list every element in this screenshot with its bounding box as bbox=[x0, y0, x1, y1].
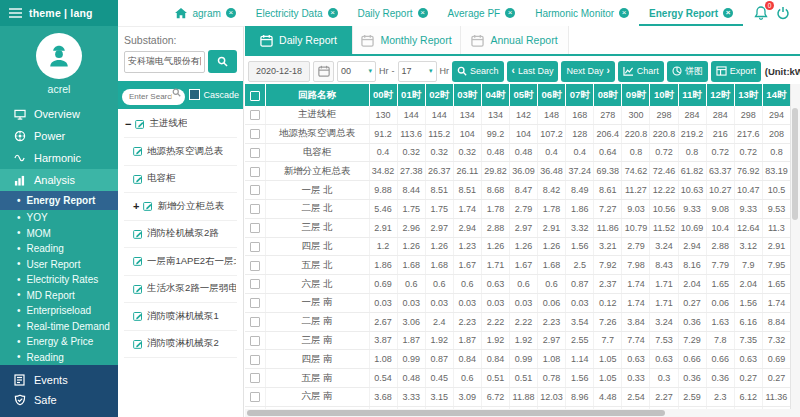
sidebar-subitem-user-report[interactable]: •User Report bbox=[0, 257, 118, 273]
substation-input[interactable] bbox=[124, 51, 205, 73]
select-all-checkbox[interactable] bbox=[250, 91, 260, 101]
top-tab-average-pf[interactable]: Average PF× bbox=[438, 0, 526, 26]
tree-node[interactable]: +新增分立柜总表 bbox=[124, 193, 237, 221]
hour-to-select[interactable]: 17 ▾ bbox=[398, 61, 437, 82]
row-checkbox[interactable] bbox=[250, 167, 260, 177]
chevron-left-icon: ‹ bbox=[512, 66, 515, 76]
row-checkbox[interactable] bbox=[250, 317, 260, 327]
row-checkbox[interactable] bbox=[250, 373, 260, 383]
notifications-button[interactable]: 0 bbox=[753, 5, 769, 21]
row-checkbox[interactable] bbox=[250, 298, 260, 308]
row-checkbox[interactable] bbox=[250, 242, 260, 252]
horizontal-scrollbar[interactable] bbox=[245, 409, 791, 417]
sidebar-item-harmonic[interactable]: Harmonic bbox=[0, 147, 118, 169]
hour-value-cell: 3.54 bbox=[566, 312, 594, 331]
close-tab-icon[interactable]: × bbox=[226, 8, 236, 18]
sidebar-subitem-label: Reading bbox=[27, 352, 64, 363]
row-checkbox[interactable] bbox=[250, 185, 260, 195]
close-tab-icon[interactable]: × bbox=[619, 8, 629, 18]
menu-toggle-icon[interactable] bbox=[9, 8, 22, 18]
hour-header: 06时 bbox=[538, 84, 566, 106]
sidebar-subitem-energy-report[interactable]: •Energy Report bbox=[0, 191, 118, 210]
hour-value-cell: 8.47 bbox=[509, 181, 537, 200]
top-tab-harmonic-monitor[interactable]: Harmonic Monitor× bbox=[525, 0, 639, 26]
row-checkbox[interactable] bbox=[250, 261, 260, 271]
sidebar-subitem-md-report[interactable]: •MD Report bbox=[0, 288, 118, 304]
sidebar-item-analysis[interactable]: Analysis bbox=[0, 169, 118, 191]
sidebar-item-label: Harmonic bbox=[34, 152, 81, 164]
row-checkbox[interactable] bbox=[250, 355, 260, 365]
hour-value-cell: 0.03 bbox=[397, 293, 425, 312]
hour-value-cell: 1.26 bbox=[425, 237, 453, 256]
row-checkbox[interactable] bbox=[250, 110, 260, 120]
search-button[interactable]: Search bbox=[452, 61, 504, 82]
next-day-button[interactable]: Next Day › bbox=[561, 61, 614, 82]
report-tab-daily-report[interactable]: Daily Report bbox=[245, 26, 353, 54]
sidebar-subitem-reading[interactable]: •Reading bbox=[0, 241, 118, 257]
sidebar-item-safe[interactable]: Safe bbox=[0, 390, 118, 410]
chart-button[interactable]: Chart bbox=[618, 61, 664, 82]
expander-plus-icon[interactable]: + bbox=[133, 200, 139, 212]
close-tab-icon[interactable]: × bbox=[505, 8, 515, 18]
substation-search-button[interactable] bbox=[208, 50, 237, 73]
row-select-cell bbox=[245, 350, 265, 369]
sidebar-item-events[interactable]: Events bbox=[0, 370, 118, 390]
sidebar-item-power[interactable]: Power bbox=[0, 125, 118, 147]
range-separator: - bbox=[392, 66, 395, 76]
close-tab-icon[interactable]: × bbox=[328, 8, 338, 18]
vertical-scrollbar[interactable] bbox=[790, 84, 800, 417]
top-tab-daily-report[interactable]: Daily Report× bbox=[348, 0, 438, 26]
row-checkbox[interactable] bbox=[250, 223, 260, 233]
tree-node[interactable]: 消防喷淋机械泵1 bbox=[124, 303, 237, 331]
date-picker-button[interactable] bbox=[313, 61, 334, 82]
report-tab-annual-report[interactable]: Annual Report bbox=[461, 26, 569, 54]
top-tab-energy-report[interactable]: Energy Report× bbox=[639, 0, 743, 26]
hour-from-select[interactable]: 00 ▾ bbox=[337, 61, 376, 82]
close-tab-icon[interactable]: × bbox=[723, 8, 733, 18]
hour-value-cell: 6.12 bbox=[734, 387, 762, 406]
hour-value-cell: 0.06 bbox=[706, 293, 734, 312]
tree-node-label: 生活水泵2路一层弱电房 bbox=[147, 282, 236, 295]
vertical-scrollbar-thumb[interactable] bbox=[792, 108, 798, 220]
tree-node[interactable]: 消防喷淋机械泵2 bbox=[124, 331, 237, 359]
horizontal-scrollbar-thumb[interactable] bbox=[247, 410, 665, 416]
tree-node[interactable]: 一层南1APE2右一层北1APE1左 bbox=[124, 248, 237, 276]
cascade-checkbox[interactable]: Cascade bbox=[189, 89, 239, 100]
top-tab-agram[interactable]: agram× bbox=[165, 0, 245, 26]
close-tab-icon[interactable]: × bbox=[418, 8, 428, 18]
events-icon bbox=[13, 374, 26, 386]
row-checkbox[interactable] bbox=[250, 204, 260, 214]
export-button[interactable]: Export bbox=[711, 61, 761, 82]
row-checkbox[interactable] bbox=[250, 129, 260, 139]
hour-value-cell: 1.86 bbox=[369, 256, 397, 275]
row-checkbox[interactable] bbox=[250, 279, 260, 289]
row-checkbox[interactable] bbox=[250, 392, 260, 402]
last-day-button[interactable]: ‹ Last Day bbox=[507, 61, 559, 82]
sidebar-subitem-enterpriseload[interactable]: •Enterpriseload bbox=[0, 303, 118, 319]
date-input[interactable]: 2020-12-18 bbox=[248, 61, 310, 82]
sidebar-item-overview[interactable]: Overview bbox=[0, 103, 118, 125]
tree-node[interactable]: 生活水泵2路一层弱电房 bbox=[124, 276, 237, 304]
hour-value-cell: 36.09 bbox=[509, 162, 537, 181]
pie-chart-button[interactable]: 饼图 bbox=[667, 61, 708, 82]
sidebar-bottom: EventsSafe bbox=[0, 365, 118, 417]
sidebar-subitem-mom[interactable]: •MOM bbox=[0, 226, 118, 242]
tree-node[interactable]: 电容柜 bbox=[124, 166, 237, 194]
table-row: 四层 南1.080.990.870.840.840.991.081.141.05… bbox=[245, 350, 791, 369]
report-tab-monthly-report[interactable]: Monthly Report bbox=[353, 26, 461, 54]
tree-node[interactable]: −主进线柜 bbox=[124, 111, 237, 139]
expander-minus-icon[interactable]: − bbox=[125, 118, 131, 130]
theme-lang-switcher[interactable]: theme | lang bbox=[29, 7, 93, 19]
sidebar-subitem-real-time-demand[interactable]: •Real-time Demand bbox=[0, 319, 118, 335]
sidebar-subitem-energy-price[interactable]: •Energy & Price bbox=[0, 334, 118, 350]
row-checkbox[interactable] bbox=[250, 148, 260, 158]
tree-node[interactable]: 消防栓机械泵2路 bbox=[124, 221, 237, 249]
top-tab-electricity-data[interactable]: Electricity Data× bbox=[246, 0, 348, 26]
sidebar-subitem-yoy[interactable]: •YOY bbox=[0, 210, 118, 226]
table-header-row: 回路名称00时01时02时03时04时05时06时07时08时09时10时11时… bbox=[245, 84, 791, 106]
row-checkbox[interactable] bbox=[250, 336, 260, 346]
tree-node[interactable]: 地源热泵空调总表 bbox=[124, 138, 237, 166]
sidebar-subitem-electricity-rates[interactable]: •Electricity Rates bbox=[0, 272, 118, 288]
logout-button[interactable] bbox=[776, 6, 790, 20]
sidebar-subitem-reading[interactable]: •Reading bbox=[0, 350, 118, 366]
